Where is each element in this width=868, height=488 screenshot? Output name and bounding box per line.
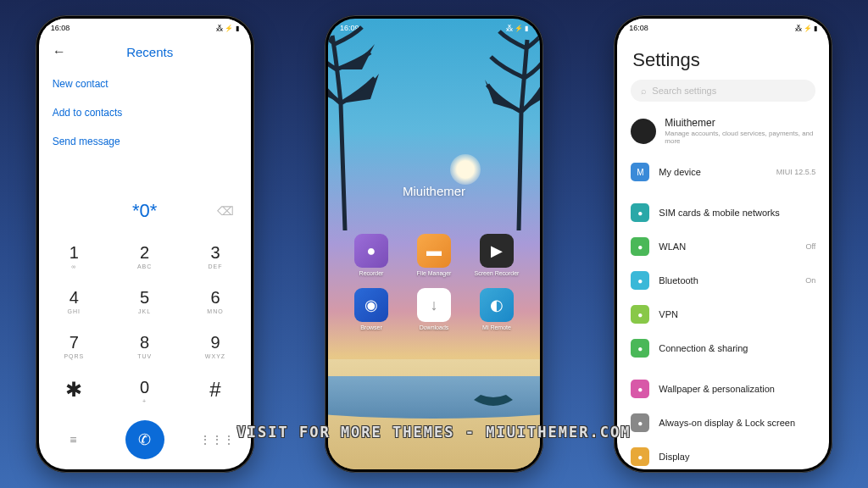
dialkey-0[interactable]: 0+ [109,369,180,413]
phone-icon: ✆ [138,430,151,449]
status-icons: ⁂ ⚡ ▮ [216,25,238,32]
setting-vpn[interactable]: ●VPN [617,297,829,331]
moon-decoration [450,154,481,185]
app-browser[interactable]: ◉Browser [346,288,397,330]
dialkey-#[interactable]: # [180,369,250,413]
setting-label: My device [659,167,766,177]
device-icon: M [631,163,649,181]
status-bar: 16:08 ⁂ ⚡ ▮ [39,19,251,37]
account-name: Miuithemer [665,117,815,129]
dialed-number: *0* [132,200,157,222]
dialkey-5[interactable]: 5JKL [109,279,180,324]
boat-decoration [472,393,515,410]
menu-list: New contact Add to contacts Send message [39,66,251,159]
app-icon: ▬ [417,234,451,268]
setting-icon: ● [631,305,649,324]
account-subtitle: Manage accounts, cloud services, payment… [665,130,815,145]
add-to-contacts[interactable]: Add to contacts [53,98,237,127]
app-label: File Manager [417,270,452,276]
search-input[interactable]: ⌕ Search settings [631,80,815,102]
new-contact[interactable]: New contact [53,69,237,98]
app-label: Downloads [420,324,449,330]
setting-value: Off [805,242,815,251]
app-mi-remote[interactable]: ◐Mi Remote [471,288,522,330]
dialkey-2[interactable]: 2ABC [109,234,180,279]
setting-icon: ● [631,271,649,290]
phone-dialer: 16:08 ⁂ ⚡ ▮ ← Recents New contact Add to… [36,15,254,473]
dialkey-8[interactable]: 8TUV [109,324,180,369]
menu-icon[interactable]: ≡ [56,433,90,446]
dialkey-9[interactable]: 9WXYZ [180,324,250,369]
setting-icon: ● [631,339,649,358]
setting-label: Connection & sharing [659,343,806,353]
avatar [631,119,656,144]
setting-always-on-display-lock-screen[interactable]: ●Always-on display & Lock screen [617,406,829,440]
palm-decoration [328,19,387,230]
dialkey-3[interactable]: 3DEF [180,234,250,279]
setting-label: Bluetooth [659,275,796,286]
setting-label: Wallpaper & personalization [659,384,806,394]
setting-label: WLAN [659,241,796,252]
dialkey-4[interactable]: 4GHI [39,279,109,324]
app-downloads[interactable]: ↓Downloads [409,288,459,330]
phone-settings: 16:08 ⁂ ⚡ ▮ Settings ⌕ Search settings M… [614,15,832,473]
setting-wlan[interactable]: ●WLANOff [617,230,829,263]
setting-label: SIM cards & mobile networks [659,208,806,218]
setting-icon: ● [631,380,649,398]
my-device-row[interactable]: M My device MIUI 12.5.5 [617,155,829,189]
dial-display: *0* ⌫ [39,188,251,234]
widget-label: Miuithemer [403,184,465,198]
search-icon: ⌕ [641,86,647,96]
setting-sim-cards-mobile-networks[interactable]: ●SIM cards & mobile networks [617,196,829,230]
backspace-icon[interactable]: ⌫ [217,204,234,218]
phone-home: 16:09 ⁂ ⚡ ▮ Miuithemer ●Recorder▬File Ma… [325,15,543,473]
setting-wallpaper-personalization[interactable]: ●Wallpaper & personalization [617,372,829,406]
app-file-manager[interactable]: ▬File Manager [409,234,459,276]
app-label: Mi Remote [482,324,511,330]
app-icon: ↓ [417,288,451,322]
status-icons: ⁂ ⚡ ▮ [795,25,817,32]
setting-icon: ● [631,413,649,432]
recents-title[interactable]: Recents [80,45,220,59]
page-title: Settings [617,37,829,80]
account-row[interactable]: Miuithemer Manage accounts, cloud servic… [617,110,829,155]
app-label: Browser [360,324,382,330]
setting-value: MIUI 12.5.5 [776,168,816,176]
status-bar: 16:08 ⁂ ⚡ ▮ [617,19,829,37]
app-icon: ◐ [480,288,514,322]
dialpad: 1∞2ABC3DEF4GHI5JKL6MNO7PQRS8TUV9WXYZ✱0+# [39,234,251,413]
call-button[interactable]: ✆ [125,420,164,459]
app-recorder[interactable]: ●Recorder [346,234,397,276]
setting-icon: ● [631,447,649,466]
setting-display[interactable]: ●Display [617,440,829,469]
status-time: 16:08 [51,24,70,32]
setting-value: On [805,276,815,285]
app-screen-recorder[interactable]: ▶Screen Recorder [471,234,522,276]
setting-label: Display [659,452,806,462]
app-icon: ▶ [480,234,514,268]
palm-decoration [472,19,540,230]
setting-label: VPN [659,309,806,319]
status-time: 16:08 [629,24,648,32]
send-message[interactable]: Send message [53,127,237,156]
dialkey-6[interactable]: 6MNO [180,279,250,324]
setting-bluetooth[interactable]: ●BluetoothOn [617,263,829,297]
dialkey-✱[interactable]: ✱ [39,369,109,413]
search-placeholder: Search settings [652,86,716,96]
app-label: Recorder [359,270,384,276]
app-icon: ● [354,234,388,268]
dialkey-7[interactable]: 7PQRS [39,324,109,369]
setting-connection-sharing[interactable]: ●Connection & sharing [617,331,829,365]
setting-icon: ● [631,237,649,256]
app-label: Screen Recorder [475,270,520,276]
app-icon: ◉ [354,288,388,322]
grid-icon[interactable]: ⋮⋮⋮ [199,433,233,446]
app-grid: ●Recorder▬File Manager▶Screen Recorder◉B… [346,234,522,330]
back-icon[interactable]: ← [53,44,66,59]
setting-label: Always-on display & Lock screen [659,418,806,428]
dialkey-1[interactable]: 1∞ [39,234,109,279]
setting-icon: ● [631,203,649,222]
